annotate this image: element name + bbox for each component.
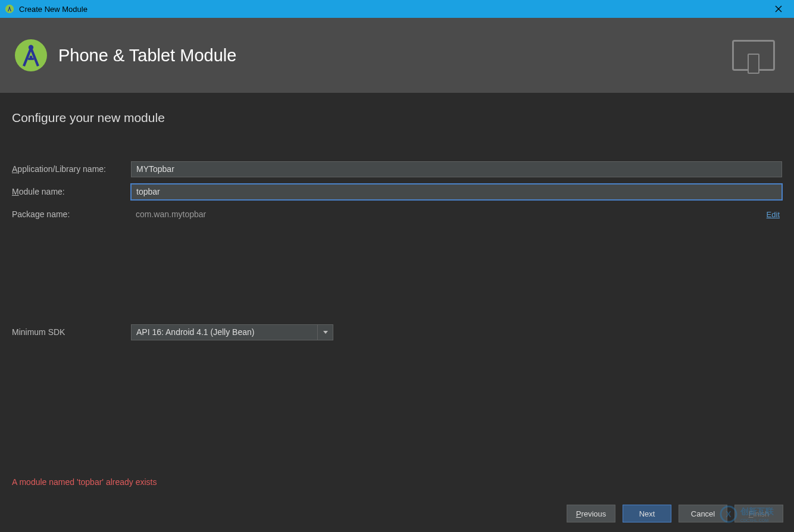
module-name-row: Module name: [12, 182, 782, 201]
package-name-value: com.wan.mytopbar [131, 209, 767, 219]
svg-point-4 [15, 39, 47, 71]
package-name-label: Package name: [12, 209, 131, 219]
application-name-label: Application/Library name: [12, 164, 131, 174]
wizard-footer: Previous Next Cancel Finish [567, 505, 783, 522]
close-button[interactable] [768, 0, 789, 18]
application-name-input[interactable] [131, 161, 782, 177]
minimum-sdk-select[interactable]: API 16: Android 4.1 (Jelly Bean) [131, 324, 333, 340]
wizard-content: Configure your new module Application/Li… [0, 93, 794, 342]
android-studio-icon [13, 37, 49, 73]
module-name-label: Module name: [12, 187, 131, 196]
cancel-button[interactable]: Cancel [679, 505, 727, 522]
window-titlebar: Create New Module [0, 0, 794, 18]
error-message: A module named 'topbar' already exists [12, 477, 157, 487]
next-button[interactable]: Next [623, 505, 671, 522]
svg-point-5 [29, 45, 33, 50]
chevron-down-icon [323, 331, 328, 334]
minimum-sdk-row: Minimum SDK API 16: Android 4.1 (Jelly B… [12, 323, 782, 342]
module-name-input[interactable] [131, 184, 782, 200]
package-edit-link[interactable]: Edit [767, 210, 782, 219]
application-name-row: Application/Library name: [12, 159, 782, 179]
section-title: Configure your new module [12, 111, 782, 125]
svg-point-0 [5, 5, 14, 13]
wizard-header: Phone & Tablet Module [0, 18, 794, 93]
package-name-row: Package name: com.wan.mytopbar Edit [12, 205, 782, 224]
android-studio-mini-icon [5, 4, 14, 14]
minimum-sdk-value: API 16: Android 4.1 (Jelly Bean) [131, 324, 318, 340]
minimum-sdk-dropdown-button[interactable] [318, 324, 333, 340]
window-title: Create New Module [19, 5, 768, 14]
tablet-phone-icon [732, 40, 775, 71]
minimum-sdk-label: Minimum SDK [12, 327, 131, 337]
finish-button: Finish [734, 505, 783, 522]
svg-point-1 [9, 7, 10, 8]
wizard-title: Phone & Tablet Module [58, 46, 732, 65]
previous-button[interactable]: Previous [567, 505, 615, 522]
close-icon [775, 5, 782, 12]
